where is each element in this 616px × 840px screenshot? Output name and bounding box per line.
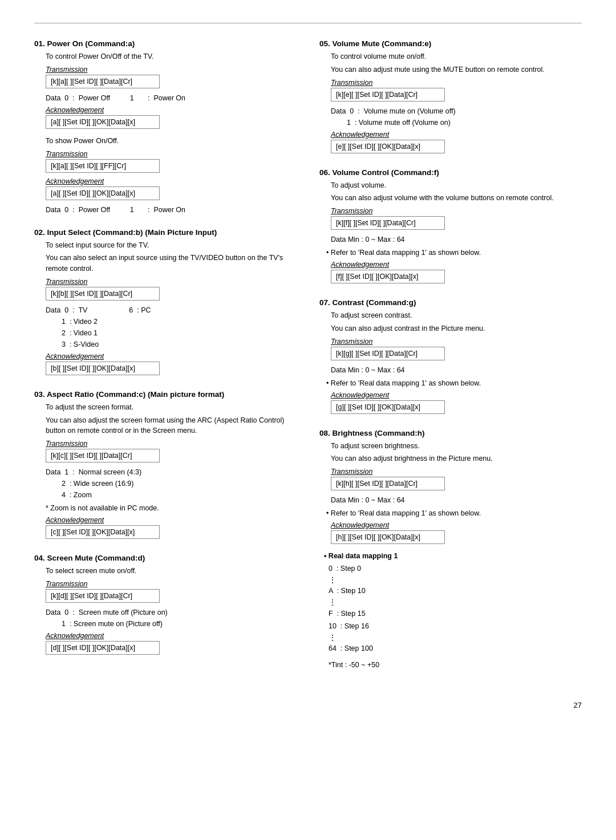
ack-code-03: [c][ ][Set ID][ ][OK][Data][x]	[46, 525, 297, 541]
section-03: 03. Aspect Ratio (Command:c) (Main pictu…	[34, 390, 297, 541]
page-number: 27	[34, 701, 582, 709]
data-row-02-3: 3 : S-Video	[62, 339, 297, 350]
code-box-04-tx: [k][d][ ][Set ID][ ][Data][Cr]	[46, 589, 160, 603]
transmission-label-08: Transmission	[331, 468, 582, 476]
section-03-desc2: You can also adjust the screen format us…	[46, 415, 297, 437]
section-07-title: 07. Contrast (Command:g)	[319, 298, 582, 307]
real-data-row-f: F : Step 15	[329, 607, 582, 620]
tx-code-06: [k][f][ ][Set ID][ ][Data][Cr]	[331, 216, 582, 232]
ack-code-01b: [a][ ][Set ID][ ][OK][Data][x]	[46, 186, 297, 202]
transmission-label-07: Transmission	[331, 338, 582, 346]
top-rule	[34, 23, 582, 23]
tx-code-01b: [k][a][ ][Set ID][ ][FF][Cr]	[46, 159, 297, 175]
ack-code-04: [d][ ][Set ID][ ][OK][Data][x]	[46, 641, 297, 657]
tx-code-02: [k][b][ ][Set ID][ ][Data][Cr]	[46, 287, 297, 303]
code-box-01a-ack: [a][ ][Set ID][ ][OK][Data][x]	[46, 115, 160, 129]
section-04-title: 04. Screen Mute (Command:d)	[34, 554, 297, 562]
section-08-desc1: To adjust screen brightness.	[331, 441, 582, 452]
ack-label-01a: Acknowledgement	[46, 106, 297, 114]
ack-label-01b: Acknowledgement	[46, 177, 297, 185]
section-01-desc: To control Power On/Off of the TV.	[46, 51, 297, 62]
section-06-desc1: To adjust volume.	[331, 180, 582, 191]
section-04: 04. Screen Mute (Command:d) To select sc…	[34, 554, 297, 657]
data-info-06: Data Min : 0 ~ Max : 64	[331, 234, 582, 245]
real-data-row-10: 10 : Step 16	[329, 620, 582, 633]
section-06-title: 06. Volume Control (Command:f)	[319, 168, 582, 177]
code-box-08-tx: [k][h][ ][Set ID][ ][Data][Cr]	[331, 477, 445, 490]
ack-label-04: Acknowledgement	[46, 632, 297, 640]
bullet-06: Refer to 'Real data mapping 1' as shown …	[326, 247, 582, 258]
real-data-dots-3: ⋮	[329, 633, 582, 643]
data-row-02-2: 2 : Video 1	[62, 327, 297, 339]
code-box-03-tx: [k][c][ ][Set ID][ ][Data][Cr]	[46, 449, 160, 462]
data-rows-04: Data 0 : Screen mute off (Picture on) 1 …	[46, 607, 297, 630]
real-data-dots-1: ⋮	[329, 575, 582, 585]
section-02-title: 02. Input Select (Command:b) (Main Pictu…	[34, 228, 297, 237]
code-box-01b-tx: [k][a][ ][Set ID][ ][FF][Cr]	[46, 159, 160, 173]
data-info-01b: Data 0 : Power Off 1 : Power On	[46, 204, 297, 216]
real-data-tint: *Tint : -50 ~ +50	[329, 659, 582, 672]
tx-code-07: [k][g][ ][Set ID][ ][Data][Cr]	[331, 347, 582, 363]
data-row-04-1: 1 : Screen mute on (Picture off)	[62, 618, 297, 630]
ack-code-02: [b][ ][Set ID][ ][OK][Data][x]	[46, 362, 297, 378]
section-02: 02. Input Select (Command:b) (Main Pictu…	[34, 228, 297, 378]
real-data-row-a: A : Step 10	[329, 585, 582, 598]
section-05-desc2: You can also adjust mute using the MUTE …	[331, 64, 582, 75]
real-data-mapping: • Real data mapping 1 0 : Step 0 ⋮ A : S…	[324, 552, 582, 671]
data-info-08: Data Min : 0 ~ Max : 64	[331, 494, 582, 506]
transmission-label-04: Transmission	[46, 580, 297, 588]
real-data-row-64: 64 : Step 100	[329, 642, 582, 655]
code-box-01b-ack: [a][ ][Set ID][ ][OK][Data][x]	[46, 186, 160, 200]
left-column: 01. Power On (Command:a) To control Powe…	[34, 39, 297, 684]
tx-code-01a: [k][a][ ][Set ID][ ][Data][Cr]	[46, 75, 297, 91]
code-box-08-ack: [h][ ][Set ID][ ][OK][Data][x]	[331, 530, 445, 544]
transmission-label-01a: Transmission	[46, 66, 297, 74]
section-05-desc1: To control volume mute on/off.	[331, 51, 582, 62]
section-03-title: 03. Aspect Ratio (Command:c) (Main pictu…	[34, 390, 297, 399]
section-05-title: 05. Volume Mute (Command:e)	[319, 39, 582, 48]
section-01-title: 01. Power On (Command:a)	[34, 39, 297, 48]
section-06: 06. Volume Control (Command:f) To adjust…	[319, 168, 582, 286]
ack-code-06: [f][ ][Set ID][ ][OK][Data][x]	[331, 270, 582, 286]
code-box-02-tx: [k][b][ ][Set ID][ ][Data][Cr]	[46, 287, 160, 301]
code-box-05-ack: [e][ ][Set ID][ ][OK][Data][x]	[331, 140, 445, 153]
ack-label-05: Acknowledgement	[331, 131, 582, 139]
section-03-desc1: To adjust the screen format.	[46, 402, 297, 413]
section-04-desc1: To select screen mute on/off.	[46, 566, 297, 577]
transmission-label-05: Transmission	[331, 79, 582, 87]
code-box-07-ack: [g][ ][Set ID][ ][OK][Data][x]	[331, 400, 445, 414]
ack-code-05: [e][ ][Set ID][ ][OK][Data][x]	[331, 140, 582, 156]
data-rows-02: Data 0 : TV 6 : PC 1 : Video 2 2 : Video…	[46, 305, 297, 350]
data-row-03-0: Data 1 : Normal screen (4:3)	[46, 466, 297, 478]
data-row-04-0: Data 0 : Screen mute off (Picture on)	[46, 607, 297, 618]
section-06-desc2: You can also adjust volume with the volu…	[331, 193, 582, 204]
tx-code-04: [k][d][ ][Set ID][ ][Data][Cr]	[46, 589, 297, 605]
bullet-08: Refer to 'Real data mapping 1' as shown …	[326, 508, 582, 519]
bullet-07: Refer to 'Real data mapping 1' as shown …	[326, 378, 582, 389]
section-08-title: 08. Brightness (Command:h)	[319, 429, 582, 437]
transmission-label-06: Transmission	[331, 207, 582, 215]
right-column: 05. Volume Mute (Command:e) To control v…	[319, 39, 582, 684]
ack-label-07: Acknowledgement	[331, 391, 582, 399]
code-box-03-ack: [c][ ][Set ID][ ][OK][Data][x]	[46, 525, 160, 539]
data-rows-03: Data 1 : Normal screen (4:3) 2 : Wide sc…	[46, 466, 297, 501]
ack-code-01a: [a][ ][Set ID][ ][OK][Data][x]	[46, 115, 297, 131]
ack-code-07: [g][ ][Set ID][ ][OK][Data][x]	[331, 400, 582, 416]
section-07: 07. Contrast (Command:g) To adjust scree…	[319, 298, 582, 416]
data-row-05-0: Data 0 : Volume mute on (Volume off)	[331, 105, 582, 117]
real-data-title: • Real data mapping 1	[324, 552, 582, 560]
data-info-07: Data Min : 0 ~ Max : 64	[331, 364, 582, 376]
section-01: 01. Power On (Command:a) To control Powe…	[34, 39, 297, 216]
tx-code-05: [k][e][ ][Set ID][ ][Data][Cr]	[331, 88, 582, 104]
section-08-desc2: You can also adjust brightness in the Pi…	[331, 453, 582, 464]
transmission-label-03: Transmission	[46, 440, 297, 448]
ack-label-02: Acknowledgement	[46, 352, 297, 360]
tx-code-03: [k][c][ ][Set ID][ ][Data][Cr]	[46, 449, 297, 465]
data-row-02-0: Data 0 : TV 6 : PC	[46, 305, 297, 316]
tx-code-08: [k][h][ ][Set ID][ ][Data][Cr]	[331, 477, 582, 493]
data-note-03: * Zoom is not available in PC mode.	[46, 502, 297, 514]
real-data-row-0: 0 : Step 0	[329, 562, 582, 575]
data-rows-05: Data 0 : Volume mute on (Volume off) 1 :…	[331, 105, 582, 128]
code-box-06-tx: [k][f][ ][Set ID][ ][Data][Cr]	[331, 216, 445, 230]
data-row-03-1: 2 : Wide screen (16:9)	[62, 478, 297, 489]
